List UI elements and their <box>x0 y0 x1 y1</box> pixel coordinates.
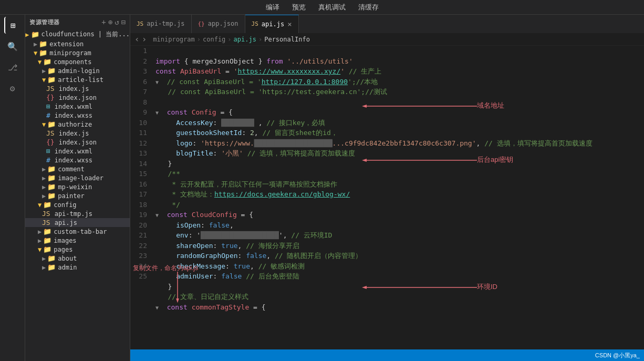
folder-icon: 📁 <box>43 245 51 253</box>
folder-icon: 📁 <box>39 49 47 57</box>
app-container: 编译 预览 真机调试 清缓存 ⊞ 🔍 ⎇ ⚙ 资源管理器 + ⊕ ↺ ⊟ <box>0 0 644 361</box>
js-file-icon: JS <box>46 85 55 92</box>
folder-icon: 📁 <box>47 67 56 75</box>
sidebar-item-image-loader[interactable]: ▶ 📁 image-loader <box>25 173 130 182</box>
tab-api-tmp[interactable]: JS api-tmp.js <box>130 15 192 33</box>
new-file-icon[interactable]: + <box>101 18 106 26</box>
sidebar-item-api-js[interactable]: JS api.js <box>25 218 130 227</box>
menu-preview[interactable]: 预览 <box>292 3 306 12</box>
sidebar-item-extension[interactable]: ▶ 📁 extension <box>25 39 130 48</box>
activity-settings[interactable]: ⚙ <box>4 80 21 97</box>
breadcrumb-forward[interactable]: › <box>142 34 147 44</box>
activity-git[interactable]: ⎇ <box>4 59 21 76</box>
code-area: 1 2 3 6 7 8 9 10 11 12 13 14 1 <box>130 46 644 349</box>
sidebar-item-article-list[interactable]: ▼ 📁 article-list <box>25 75 130 84</box>
status-right: CSDN @小黑ya_ <box>595 352 640 359</box>
breadcrumb-miniprogram[interactable]: miniprogram <box>153 36 194 43</box>
tab-api-js-label: api.js <box>262 20 284 28</box>
folder-icon: 📁 <box>43 228 51 235</box>
refresh-icon[interactable]: ↺ <box>115 18 119 26</box>
activity-explorer[interactable]: ⊞ <box>4 17 21 34</box>
breadcrumb-config[interactable]: config <box>203 36 225 43</box>
folder-icon: 📁 <box>47 120 56 128</box>
collapse-icon[interactable]: ⊟ <box>121 18 126 26</box>
js-tab-icon-active: JS <box>252 20 258 27</box>
folder-icon: 📁 <box>47 183 56 191</box>
folder-icon: 📁 <box>43 58 51 66</box>
sidebar-item-components[interactable]: ▼ 📁 components <box>25 57 130 66</box>
tab-close-button[interactable]: × <box>287 20 292 28</box>
sidebar-item-auth-index-wxss[interactable]: # index.wxss <box>25 156 130 164</box>
code-editor[interactable]: 1 2 3 6 7 8 9 10 11 12 13 14 1 <box>130 46 644 323</box>
activity-bar: ⊞ 🔍 ⎇ ⚙ <box>0 15 25 361</box>
wxss-file-icon: # <box>46 156 50 164</box>
sidebar-item-article-index-js[interactable]: JS index.js <box>25 84 130 93</box>
status-bar: CSDN @小黑ya_ <box>130 349 644 361</box>
sidebar-item-api-tmp-js[interactable]: JS api-tmp.js <box>25 209 130 218</box>
sidebar-actions: + ⊕ ↺ ⊟ <box>101 18 126 26</box>
sidebar-item-cloudfunctions[interactable]: ▶ 📁 cloudfunctions | 当前... <box>25 29 130 39</box>
js-file-icon: JS <box>42 210 50 218</box>
folder-icon: 📁 <box>31 30 39 38</box>
json-file-icon: {} <box>46 138 55 146</box>
sidebar-item-config[interactable]: ▼ 📁 config <box>25 200 130 209</box>
sidebar-item-auth-index-js[interactable]: JS index.js <box>25 129 130 138</box>
sidebar-item-mp-weixin[interactable]: ▶ 📁 mp-weixin <box>25 182 130 191</box>
folder-icon: 📁 <box>47 165 56 173</box>
sidebar-item-article-index-wxss[interactable]: # index.wxss <box>25 111 130 120</box>
folder-icon: 📁 <box>47 76 56 84</box>
tab-app-json[interactable]: {} app.json <box>192 15 245 33</box>
wxml-file-icon: ⊞ <box>46 147 50 155</box>
sidebar-item-article-index-json[interactable]: {} index.json <box>25 93 130 102</box>
wxml-file-icon: ⊞ <box>46 102 50 110</box>
tab-list: JS api-tmp.js {} app.json JS api.js × <box>130 15 299 33</box>
main-layout: ⊞ 🔍 ⎇ ⚙ 资源管理器 + ⊕ ↺ ⊟ ▶ 📁 cloudfunct <box>0 15 644 361</box>
tab-app-json-label: app.json <box>208 20 238 27</box>
sidebar-item-images[interactable]: ▶ 📁 images <box>25 236 130 245</box>
js-file-icon: JS <box>42 219 50 226</box>
folder-icon: 📁 <box>43 201 51 209</box>
sidebar-item-miniprogram[interactable]: ▼ 📁 miniprogram <box>25 48 130 57</box>
sidebar-title: 资源管理器 <box>29 18 60 26</box>
editor-area: JS api-tmp.js {} app.json JS api.js × <box>130 15 644 361</box>
menu-debug[interactable]: 真机调试 <box>318 3 346 12</box>
breadcrumb-file[interactable]: api.js <box>234 36 256 43</box>
sidebar: 资源管理器 + ⊕ ↺ ⊟ ▶ 📁 cloudfunctions | 当前...… <box>25 15 130 361</box>
code-content: import { mergeJsonObject } from '../util… <box>151 46 644 323</box>
folder-icon: 📁 <box>43 236 51 244</box>
sidebar-item-painter[interactable]: ▶ 📁 painter <box>25 191 130 200</box>
sidebar-item-auth-index-json[interactable]: {} index.json <box>25 138 130 147</box>
folder-icon: 📁 <box>47 263 56 271</box>
sidebar-item-admin-login[interactable]: ▶ 📁 admin-login <box>25 66 130 75</box>
wxss-file-icon: # <box>46 111 50 119</box>
line-numbers: 1 2 3 6 7 8 9 10 11 12 13 14 1 <box>130 46 151 323</box>
folder-icon: 📁 <box>47 254 56 262</box>
breadcrumb: ‹ › miniprogram › config › api.js › Pers… <box>130 33 644 46</box>
sidebar-item-pages[interactable]: ▼ 📁 pages <box>25 245 130 254</box>
folder-icon: 📁 <box>47 174 56 182</box>
breadcrumb-navigation: ‹ › <box>134 34 147 44</box>
json-tab-icon: {} <box>198 20 205 27</box>
top-menu-bar: 编译 预览 真机调试 清缓存 <box>0 0 644 15</box>
tab-api-js[interactable]: JS api.js × <box>245 15 299 33</box>
new-folder-icon[interactable]: ⊕ <box>108 18 112 26</box>
sidebar-header: 资源管理器 + ⊕ ↺ ⊟ <box>25 15 130 29</box>
menu-clear-cache[interactable]: 清缓存 <box>358 3 379 12</box>
sidebar-item-custom-tab-bar[interactable]: ▶ 📁 custom-tab-bar <box>25 227 130 236</box>
activity-search[interactable]: 🔍 <box>4 38 21 55</box>
tab-bar: JS api-tmp.js {} app.json JS api.js × <box>130 15 644 33</box>
sidebar-item-article-index-wxml[interactable]: ⊞ index.wxml <box>25 102 130 111</box>
sidebar-item-pages-admin[interactable]: ▶ 📁 admin <box>25 263 130 272</box>
js-file-icon: JS <box>46 129 55 137</box>
sidebar-item-auth-index-wxml[interactable]: ⊞ index.wxml <box>25 147 130 156</box>
json-file-icon: {} <box>46 94 55 101</box>
sidebar-item-comment[interactable]: ▶ 📁 comment <box>25 164 130 173</box>
js-tab-icon: JS <box>137 20 143 27</box>
folder-icon: 📁 <box>39 40 47 48</box>
tab-api-tmp-label: api-tmp.js <box>147 20 184 27</box>
sidebar-item-authorize[interactable]: ▼ 📁 authorize <box>25 120 130 129</box>
breadcrumb-symbol[interactable]: PersonalInfo <box>264 36 310 43</box>
breadcrumb-back[interactable]: ‹ <box>134 34 140 44</box>
sidebar-item-pages-about[interactable]: ▶ 📁 about <box>25 254 130 263</box>
menu-compile[interactable]: 编译 <box>266 3 279 12</box>
